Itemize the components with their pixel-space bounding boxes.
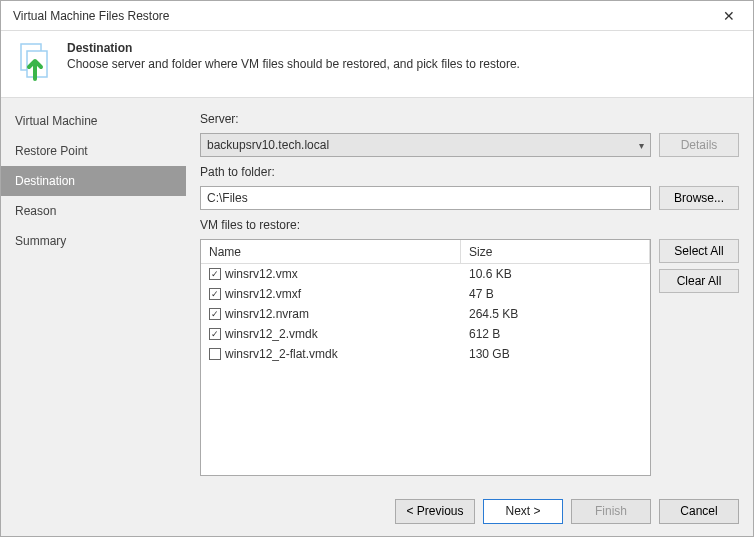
- wizard-header: Destination Choose server and folder whe…: [1, 31, 753, 98]
- file-size: 130 GB: [461, 347, 650, 361]
- file-checkbox[interactable]: [209, 268, 221, 280]
- col-header-name[interactable]: Name: [201, 240, 461, 263]
- file-checkbox[interactable]: [209, 328, 221, 340]
- window-title: Virtual Machine Files Restore: [13, 9, 170, 23]
- file-name: winsrv12.nvram: [225, 307, 309, 321]
- titlebar: Virtual Machine Files Restore ✕: [1, 1, 753, 31]
- files-list: Name Size winsrv12.vmx10.6 KBwinsrv12.vm…: [200, 239, 651, 476]
- cancel-button[interactable]: Cancel: [659, 499, 739, 524]
- file-name: winsrv12.vmxf: [225, 287, 301, 301]
- server-label: Server:: [200, 112, 739, 126]
- file-checkbox[interactable]: [209, 288, 221, 300]
- wizard-sidebar: Virtual Machine Restore Point Destinatio…: [1, 98, 186, 486]
- file-size: 10.6 KB: [461, 267, 650, 281]
- file-row[interactable]: winsrv12.nvram264.5 KB: [201, 304, 650, 324]
- sidebar-item-restore-point[interactable]: Restore Point: [1, 136, 186, 166]
- sidebar-item-virtual-machine[interactable]: Virtual Machine: [1, 106, 186, 136]
- browse-button[interactable]: Browse...: [659, 186, 739, 210]
- file-checkbox[interactable]: [209, 308, 221, 320]
- file-size: 47 B: [461, 287, 650, 301]
- select-all-button[interactable]: Select All: [659, 239, 739, 263]
- wizard-main: Server: backupsrv10.tech.local ▾ Details…: [186, 98, 753, 486]
- file-row[interactable]: winsrv12_2.vmdk612 B: [201, 324, 650, 344]
- file-row[interactable]: winsrv12.vmxf47 B: [201, 284, 650, 304]
- finish-button[interactable]: Finish: [571, 499, 651, 524]
- wizard-footer: < Previous Next > Finish Cancel: [1, 486, 753, 536]
- sidebar-item-destination[interactable]: Destination: [1, 166, 186, 196]
- col-header-size[interactable]: Size: [461, 240, 650, 263]
- path-value: C:\Files: [207, 191, 248, 205]
- file-name: winsrv12_2-flat.vmdk: [225, 347, 338, 361]
- file-row[interactable]: winsrv12.vmx10.6 KB: [201, 264, 650, 284]
- details-button[interactable]: Details: [659, 133, 739, 157]
- files-label: VM files to restore:: [200, 218, 739, 232]
- wizard-title: Destination: [67, 41, 520, 55]
- next-button[interactable]: Next >: [483, 499, 563, 524]
- server-select[interactable]: backupsrv10.tech.local ▾: [200, 133, 651, 157]
- wizard-body: Virtual Machine Restore Point Destinatio…: [1, 98, 753, 486]
- server-value: backupsrv10.tech.local: [207, 138, 329, 152]
- chevron-down-icon: ▾: [639, 140, 644, 151]
- file-name: winsrv12_2.vmdk: [225, 327, 318, 341]
- file-name: winsrv12.vmx: [225, 267, 298, 281]
- wizard-subtitle: Choose server and folder where VM files …: [67, 57, 520, 71]
- file-checkbox[interactable]: [209, 348, 221, 360]
- files-header: Name Size: [201, 240, 650, 264]
- window: Virtual Machine Files Restore ✕ Destinat…: [0, 0, 754, 537]
- sidebar-item-summary[interactable]: Summary: [1, 226, 186, 256]
- files-body: winsrv12.vmx10.6 KBwinsrv12.vmxf47 Bwins…: [201, 264, 650, 475]
- restore-icon: [15, 41, 55, 81]
- previous-button[interactable]: < Previous: [395, 499, 475, 524]
- close-icon[interactable]: ✕: [713, 6, 745, 26]
- sidebar-item-reason[interactable]: Reason: [1, 196, 186, 226]
- path-input[interactable]: C:\Files: [200, 186, 651, 210]
- path-label: Path to folder:: [200, 165, 739, 179]
- file-size: 612 B: [461, 327, 650, 341]
- file-size: 264.5 KB: [461, 307, 650, 321]
- file-row[interactable]: winsrv12_2-flat.vmdk130 GB: [201, 344, 650, 364]
- clear-all-button[interactable]: Clear All: [659, 269, 739, 293]
- wizard-header-text: Destination Choose server and folder whe…: [67, 41, 520, 81]
